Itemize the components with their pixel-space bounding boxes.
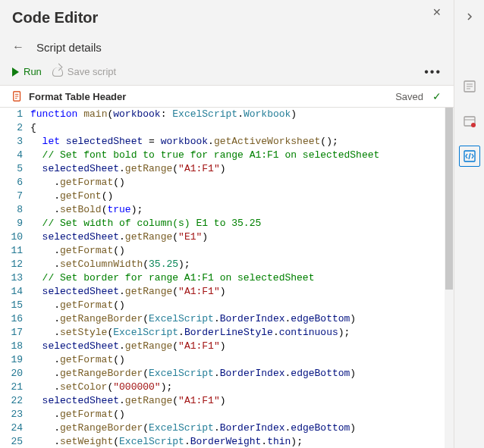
code-content[interactable]: selectedSheet.getRange("A1:F1") [30,394,454,408]
line-number: 7 [0,190,30,203]
code-content[interactable]: .getRangeBorder(ExcelScript.BorderIndex.… [30,367,454,381]
code-line[interactable]: 3 let selectedSheet = workbook.getActive… [0,135,454,149]
line-number: 1 [0,108,30,121]
code-content[interactable]: .getFont() [30,190,454,203]
close-icon[interactable]: ✕ [432,6,442,18]
code-content[interactable]: .getFormat() [30,244,454,258]
code-line[interactable]: 18 selectedSheet.getRange("A1:F1") [0,340,454,353]
code-line[interactable]: 19 .getFormat() [0,353,454,367]
code-line[interactable]: 1function main(workbook: ExcelScript.Wor… [0,108,454,121]
script-name: Format Table Header [29,91,389,102]
code-line[interactable]: 6 .getFormat() [0,176,454,190]
toolbar: Run Save script ••• [0,61,454,86]
code-editor[interactable]: 1function main(workbook: ExcelScript.Wor… [0,108,454,448]
play-icon [12,67,19,77]
line-number: 20 [0,367,30,381]
script-info-row: Format Table Header Saved ✓ [0,86,454,108]
code-content[interactable]: selectedSheet.getRange("A1:F1") [30,162,454,176]
pane-title: Code Editor [12,9,442,27]
check-icon: ✓ [432,90,442,102]
code-line[interactable]: 4 // Set font bold to true for range A1:… [0,149,454,162]
code-content[interactable]: selectedSheet.getRange("A1:F1") [30,340,454,353]
code-content[interactable]: // Set border for range A1:F1 on selecte… [30,271,454,285]
code-content[interactable]: // Set width of column(s) E1 to 35.25 [30,217,454,230]
code-line[interactable]: 12 .setColumnWidth(35.25); [0,258,454,271]
save-script-button[interactable]: Save script [52,66,116,77]
code-content[interactable]: .getFormat() [30,299,454,312]
code-line[interactable]: 16 .getRangeBorder(ExcelScript.BorderInd… [0,312,454,326]
line-number: 8 [0,203,30,217]
code-content[interactable]: // Set font bold to true for range A1:F1… [30,149,454,162]
code-line[interactable]: 10 selectedSheet.getRange("E1") [0,230,454,244]
code-line[interactable]: 21 .setColor("000000"); [0,381,454,394]
code-content[interactable]: selectedSheet.getRange("E1") [30,230,454,244]
scrollbar-track[interactable] [445,108,454,448]
line-number: 15 [0,299,30,312]
code-content[interactable]: .getFormat() [30,176,454,190]
line-number: 3 [0,135,30,149]
more-options-button[interactable]: ••• [424,65,442,79]
save-icon [52,67,63,77]
script-file-icon [12,91,23,102]
save-label: Save script [68,66,116,77]
line-number: 22 [0,394,30,408]
line-number: 25 [0,435,30,448]
line-number: 9 [0,217,30,230]
line-number: 17 [0,326,30,340]
expand-arrow-icon[interactable] [459,6,480,27]
code-content[interactable]: .setStyle(ExcelScript.BorderLineStyle.co… [30,326,454,340]
line-number: 19 [0,353,30,367]
line-number: 2 [0,121,30,135]
code-content[interactable]: selectedSheet.getRange("A1:F1") [30,285,454,299]
code-content[interactable]: .getFormat() [30,353,454,367]
line-number: 24 [0,421,30,435]
rail-script-icon[interactable] [459,76,480,97]
code-line[interactable]: 24 .getRangeBorder(ExcelScript.BorderInd… [0,421,454,435]
line-number: 5 [0,162,30,176]
code-line[interactable]: 8 .setBold(true); [0,203,454,217]
line-number: 16 [0,312,30,326]
line-number: 21 [0,381,30,394]
saved-status: Saved [395,91,423,102]
code-line[interactable]: 17 .setStyle(ExcelScript.BorderLineStyle… [0,326,454,340]
code-line[interactable]: 25 .setWeight(ExcelScript.BorderWeight.t… [0,435,454,448]
back-arrow-icon[interactable]: ← [12,40,24,54]
code-content[interactable]: .setColumnWidth(35.25); [30,258,454,271]
code-line[interactable]: 15 .getFormat() [0,299,454,312]
code-content[interactable]: { [30,121,454,135]
code-line[interactable]: 5 selectedSheet.getRange("A1:F1") [0,162,454,176]
code-line[interactable]: 11 .getFormat() [0,244,454,258]
code-line[interactable]: 22 selectedSheet.getRange("A1:F1") [0,394,454,408]
code-content[interactable]: function main(workbook: ExcelScript.Work… [30,108,454,121]
code-content[interactable]: .getRangeBorder(ExcelScript.BorderIndex.… [30,312,454,326]
line-number: 10 [0,230,30,244]
code-content[interactable]: .setColor("000000"); [30,381,454,394]
code-line[interactable]: 20 .getRangeBorder(ExcelScript.BorderInd… [0,367,454,381]
rail-code-editor-icon[interactable] [459,146,480,167]
code-content[interactable]: .setBold(true); [30,203,454,217]
code-line[interactable]: 9 // Set width of column(s) E1 to 35.25 [0,217,454,230]
code-line[interactable]: 13 // Set border for range A1:F1 on sele… [0,271,454,285]
line-number: 23 [0,408,30,421]
sub-header: ← Script details [0,36,454,61]
main-pane: Code Editor ✕ ← Script details Run Save … [0,0,454,448]
line-number: 14 [0,285,30,299]
rail-record-icon[interactable] [459,111,480,132]
code-line[interactable]: 7 .getFont() [0,190,454,203]
code-content[interactable]: .getFormat() [30,408,454,421]
code-content[interactable]: .setWeight(ExcelScript.BorderWeight.thin… [30,435,454,448]
code-line[interactable]: 2{ [0,121,454,135]
code-content[interactable]: let selectedSheet = workbook.getActiveWo… [30,135,454,149]
scrollbar-thumb[interactable] [445,108,453,290]
sub-title: Script details [36,41,102,54]
svg-point-10 [471,123,476,127]
code-line[interactable]: 14 selectedSheet.getRange("A1:F1") [0,285,454,299]
line-number: 12 [0,258,30,271]
run-label: Run [24,66,42,77]
run-button[interactable]: Run [12,66,42,77]
code-line[interactable]: 23 .getFormat() [0,408,454,421]
right-rail [454,0,484,448]
line-number: 4 [0,149,30,162]
header: Code Editor ✕ [0,0,454,36]
code-content[interactable]: .getRangeBorder(ExcelScript.BorderIndex.… [30,421,454,435]
